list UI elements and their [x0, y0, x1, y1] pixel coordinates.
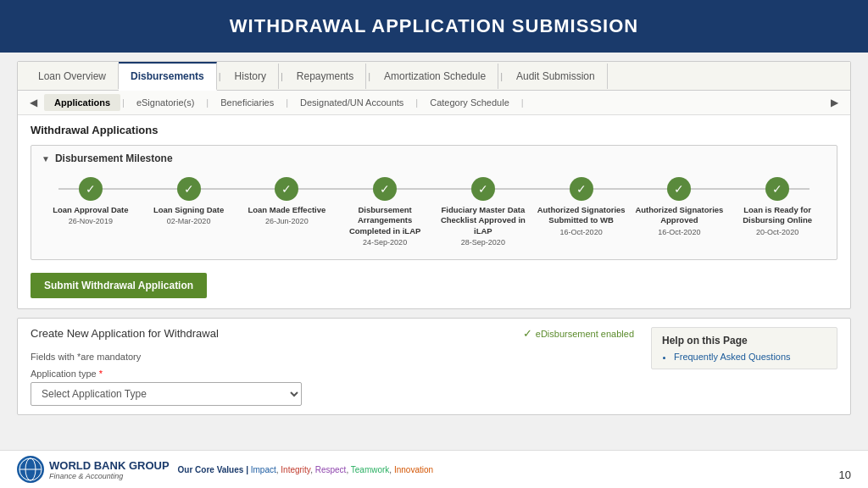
submit-withdrawal-button[interactable]: Submit Withdrawal Application [31, 273, 207, 298]
sub-sep-4: | [415, 97, 418, 108]
milestone-box: Disbursement Milestone ✓ Loan Approval D… [31, 145, 837, 260]
wb-logo: WORLD BANK GROUP Finance & Accounting [17, 456, 170, 483]
required-star: * [99, 369, 103, 379]
separator-2: | [279, 71, 285, 81]
step-label-2: Loan Signing Date [153, 205, 224, 215]
separator-3: | [366, 71, 372, 81]
step-date-4: 24-Sep-2020 [363, 238, 407, 247]
step-label-6: Authorized Signatories Submitted to WB [532, 205, 631, 226]
milestone-step-6: ✓ Authorized Signatories Submitted to WB… [532, 177, 631, 236]
step-check-icon-4: ✓ [373, 177, 397, 201]
milestone-step-5: ✓ Fiduciary Master Data Checklist Approv… [434, 177, 532, 247]
step-label-1: Loan Approval Date [53, 205, 128, 215]
milestone-step-7: ✓ Authorized Signatories Approved 16-Oct… [631, 177, 729, 236]
bottom-right: Help on this Page Frequently Asked Quest… [651, 327, 837, 369]
bottom-panel-top-row: Create New Application for Withdrawal eD… [31, 327, 634, 347]
footer-impact: Impact [251, 465, 276, 474]
step-check-icon-8: ✓ [765, 177, 789, 201]
step-check-icon-2: ✓ [177, 177, 201, 201]
create-withdrawal-title: Create New Application for Withdrawal [31, 327, 219, 340]
nav-arrow-right[interactable]: ▶ [826, 95, 843, 110]
footer-values-label: Our Core Values | [178, 465, 251, 474]
step-label-3: Loan Made Effective [248, 205, 326, 215]
footer-teamwork: Teamwork [351, 465, 390, 474]
step-date-6: 16-Oct-2020 [560, 228, 603, 236]
help-title: Help on this Page [662, 335, 826, 347]
sub-sep-2: | [206, 97, 209, 108]
sub-sep-5: | [521, 97, 524, 108]
withdrawal-applications-title: Withdrawal Applications [18, 115, 850, 141]
nav-arrow-left[interactable]: ◀ [25, 95, 42, 110]
step-check-icon-3: ✓ [275, 177, 298, 201]
milestone-step-4: ✓ Disbursement Arrangements Completed in… [336, 177, 434, 247]
main-content: Loan Overview Disbursements | History | … [0, 53, 868, 424]
step-check-icon-5: ✓ [471, 177, 495, 201]
help-box: Help on this Page Frequently Asked Quest… [651, 327, 837, 369]
nav-tabs-sub: ◀ Applications | eSignatorie(s) | Benefi… [18, 91, 850, 115]
wb-globe-icon [17, 456, 44, 483]
application-type-select[interactable]: Select Application Type [31, 382, 302, 406]
milestone-steps: ✓ Loan Approval Date 26-Nov-2019 ✓ Loan … [42, 173, 826, 251]
tab-loan-overview[interactable]: Loan Overview [26, 64, 119, 89]
step-label-5: Fiduciary Master Data Checklist Approved… [434, 205, 532, 236]
step-label-7: Authorized Signatories Approved [631, 205, 729, 226]
milestone-step-2: ✓ Loan Signing Date 02-Mar-2020 [140, 177, 238, 225]
wb-org-name: WORLD BANK GROUP [49, 459, 170, 472]
subtab-beneficiaries[interactable]: Beneficiaries [210, 94, 284, 111]
step-date-1: 26-Nov-2019 [69, 217, 113, 225]
step-check-icon-6: ✓ [570, 177, 593, 201]
step-label-4: Disbursement Arrangements Completed in i… [336, 205, 434, 236]
help-faq-item[interactable]: Frequently Asked Questions [674, 352, 826, 362]
subtab-category-schedule[interactable]: Category Schedule [420, 94, 520, 111]
sub-sep-3: | [286, 97, 288, 108]
footer: WORLD BANK GROUP Finance & Accounting Ou… [0, 450, 868, 488]
step-date-5: 28-Sep-2020 [461, 238, 505, 247]
tab-disbursements[interactable]: Disbursements [119, 62, 217, 91]
step-date-2: 02-Mar-2020 [167, 217, 211, 225]
sub-sep-1: | [122, 97, 125, 108]
nav-tabs-top: Loan Overview Disbursements | History | … [18, 62, 850, 91]
subtab-esignatories[interactable]: eSignatorie(s) [126, 94, 204, 111]
page-number: 10 [839, 469, 851, 481]
tab-audit[interactable]: Audit Submission [504, 64, 608, 89]
tab-history[interactable]: History [223, 64, 279, 89]
footer-integrity: Integrity [281, 465, 310, 474]
step-date-8: 20-Oct-2020 [756, 228, 798, 236]
bottom-left: Create New Application for Withdrawal eD… [31, 327, 634, 406]
milestone-title: Disbursement Milestone [42, 152, 826, 164]
wb-text: WORLD BANK GROUP Finance & Accounting [49, 459, 170, 480]
tab-amortization[interactable]: Amortization Schedule [372, 64, 498, 89]
app-type-label: Application type * [31, 369, 634, 379]
step-date-3: 26-Jun-2020 [265, 217, 309, 225]
milestone-step-8: ✓ Loan is Ready for Disbursing Online 20… [728, 177, 826, 236]
separator-4: | [498, 71, 504, 81]
header-banner: WITHDRAWAL APPLICATION SUBMISSION [0, 0, 868, 53]
bottom-panel: Create New Application for Withdrawal eD… [17, 318, 851, 415]
separator-1: | [217, 71, 223, 81]
milestone-step-1: ✓ Loan Approval Date 26-Nov-2019 [42, 177, 140, 225]
mandatory-note: Fields with *are mandatory [31, 352, 634, 362]
tab-repayments[interactable]: Repayments [285, 64, 366, 89]
e-disbursement-badge: eDisbursement enabled [523, 327, 634, 340]
footer-values: Our Core Values | Impact, Integrity, Res… [178, 465, 434, 474]
subtab-applications[interactable]: Applications [44, 94, 120, 111]
step-date-7: 16-Oct-2020 [658, 228, 700, 236]
milestone-step-3: ✓ Loan Made Effective 26-Jun-2020 [238, 177, 337, 225]
step-check-icon-1: ✓ [79, 177, 103, 201]
subtab-designated-accounts[interactable]: Designated/UN Accounts [290, 94, 414, 111]
step-check-icon-7: ✓ [667, 177, 691, 201]
top-panel: Loan Overview Disbursements | History | … [17, 61, 851, 309]
step-label-8: Loan is Ready for Disbursing Online [728, 205, 826, 226]
header-title: WITHDRAWAL APPLICATION SUBMISSION [230, 15, 638, 36]
footer-respect: Respect [315, 465, 347, 474]
footer-innovation: Innovation [394, 465, 433, 474]
wb-org-subtitle: Finance & Accounting [49, 472, 170, 480]
